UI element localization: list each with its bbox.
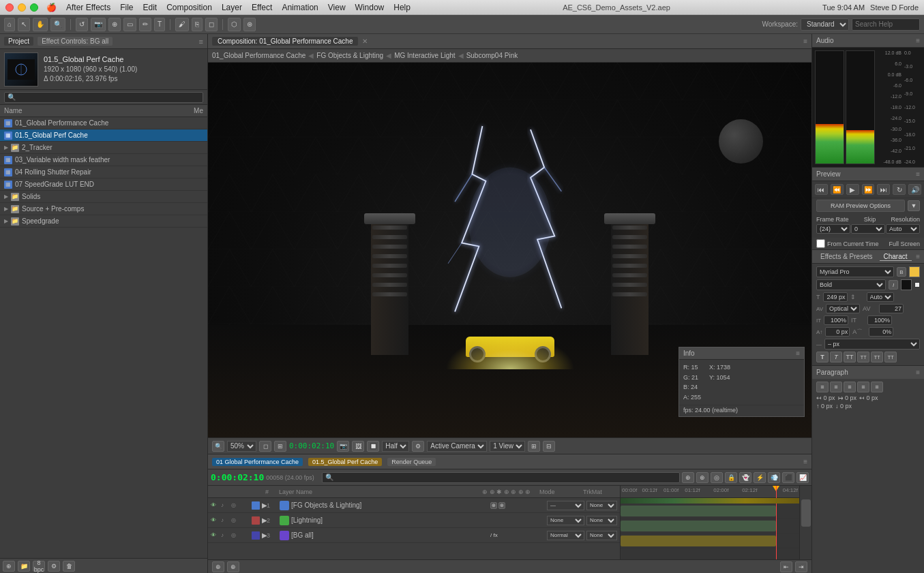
layer-audio-icon[interactable]: ♪ <box>221 532 229 538</box>
align-left-btn[interactable]: ≡ <box>816 382 829 392</box>
layer-visibility-icon[interactable]: 👁 <box>211 502 219 508</box>
language-select[interactable]: – px <box>824 339 920 350</box>
align-right-btn[interactable]: ≡ <box>844 382 856 392</box>
timeline-shy-btn[interactable]: 👻 <box>739 472 751 483</box>
skip-select[interactable]: 0 <box>851 224 885 234</box>
layer-mode-select[interactable]: None <box>547 516 584 525</box>
toolbar-clone-btn[interactable]: ⎘ <box>192 18 203 31</box>
superscript-btn[interactable]: TT <box>871 352 883 362</box>
layer-audio-icon[interactable]: ♪ <box>221 502 229 508</box>
project-search-btn[interactable]: 8 bpc <box>33 561 45 572</box>
toolbar-mask-btn[interactable]: ▭ <box>123 18 136 31</box>
toolbar-puppet-btn[interactable]: ⊛ <box>243 18 256 31</box>
menu-composition[interactable]: Composition <box>166 3 212 12</box>
toolbar-pen-btn[interactable]: ✏ <box>139 18 151 31</box>
timeline-panel-menu-icon[interactable]: ≡ <box>803 458 807 465</box>
minimize-button[interactable] <box>18 3 26 12</box>
layer-aa-btn[interactable]: ⊕ <box>490 502 497 509</box>
timeline-scrollbar-thumb[interactable] <box>801 499 811 527</box>
comp-tab-main[interactable]: Composition: 01_Global Performance Cache <box>212 37 358 46</box>
toolbar-camera-btn[interactable]: 📷 <box>91 18 106 31</box>
menu-bar[interactable]: 🍎 After Effects File Edit Composition La… <box>46 3 411 12</box>
timeline-search-input[interactable] <box>322 472 680 483</box>
timeline-solo-btn[interactable]: ◎ <box>711 472 723 483</box>
layer-solo-icon[interactable]: ◎ <box>231 517 239 523</box>
leading-select[interactable]: Auto <box>867 292 894 302</box>
preview-loop-btn[interactable]: ↻ <box>893 184 906 195</box>
baseline-input[interactable] <box>825 327 850 337</box>
layer-expand-icon[interactable]: ▶ <box>262 516 265 524</box>
layer-row-1[interactable]: 👁 ♪ ◎ ▶ 1 [FG Objects & Lighting] ⊕ ⊕ <box>208 498 620 513</box>
faux-italic-btn[interactable]: I <box>889 280 898 290</box>
timeline-graph-btn[interactable]: 📈 <box>796 472 809 483</box>
comp-show-snapshot-btn[interactable]: 🖼 <box>352 441 364 452</box>
preview-last-frame-btn[interactable]: ⏭ <box>877 184 890 195</box>
preview-next-frame-btn[interactable]: ⏩ <box>862 184 875 195</box>
toolbar-brush-btn[interactable]: 🖌 <box>175 18 189 31</box>
toolbar-hand-btn[interactable]: ✋ <box>33 18 48 31</box>
justify-all-btn[interactable]: ≡ <box>871 382 883 392</box>
timeline-tab-2[interactable]: 01.5_Global Perf Cache <box>308 458 382 466</box>
justify-btn[interactable]: ≡ <box>857 382 869 392</box>
list-item[interactable]: ▦ 04 Rolling Shutter Repair <box>0 166 207 179</box>
ram-preview-dropdown-btn[interactable]: ▼ <box>908 200 920 211</box>
comp-display-btn[interactable]: ⚙ <box>412 441 424 452</box>
menu-view[interactable]: View <box>328 3 346 12</box>
menu-animation[interactable]: Animation <box>282 3 318 12</box>
layer-row-2[interactable]: 👁 ♪ ◎ ▶ 2 [Lightning] None None <box>208 513 620 528</box>
list-item[interactable]: ▶ 📁 Solids <box>0 191 207 203</box>
list-item[interactable]: ▶ 📁 Speedgrade <box>0 215 207 228</box>
comp-panel-menu-icon[interactable]: ≡ <box>803 37 807 45</box>
list-item[interactable]: ▦ 01_Global Performance Cache <box>0 117 207 129</box>
tsume-input[interactable] <box>869 327 893 337</box>
all-caps-btn[interactable]: TT <box>844 352 856 362</box>
layer-visibility-icon[interactable]: 👁 <box>211 532 219 538</box>
faux-bold-text-btn[interactable]: T <box>816 352 829 362</box>
small-caps-btn[interactable]: TT <box>857 352 869 362</box>
menu-file[interactable]: File <box>120 3 133 12</box>
close-button[interactable] <box>5 3 14 12</box>
menu-help[interactable]: Help <box>393 3 411 12</box>
menu-window[interactable]: Window <box>355 3 385 12</box>
timeline-frame-blend-btn[interactable]: ⬛ <box>782 472 794 483</box>
project-tab[interactable]: Project <box>4 37 33 46</box>
ram-preview-options-btn[interactable]: RAM Preview Options <box>816 200 905 212</box>
comp-snapshot-btn[interactable]: 📷 <box>337 441 349 452</box>
comp-grid-btn[interactable]: ⊞ <box>528 441 540 452</box>
preview-prev-frame-btn[interactable]: ⏪ <box>831 184 844 195</box>
resolution-auto-select[interactable]: Auto <box>886 224 920 234</box>
preview-audio-btn[interactable]: 🔊 <box>908 184 921 195</box>
toolbar-zoom-btn[interactable]: 🔍 <box>50 18 65 31</box>
breadcrumb-item-1[interactable]: 01_Global Performance Cache <box>212 52 305 59</box>
toolbar-select-btn[interactable]: ↖ <box>18 18 30 31</box>
preview-first-frame-btn[interactable]: ⏮ <box>815 184 828 195</box>
font-style-select[interactable]: Bold <box>816 279 886 290</box>
timeline-tab-render[interactable]: Render Queue <box>387 458 436 466</box>
search-help-input[interactable] <box>852 18 920 31</box>
menu-layer[interactable]: Layer <box>222 3 242 12</box>
timeline-tab-1[interactable]: 01 Global Performance Cache <box>212 458 303 466</box>
from-current-time-checkbox[interactable] <box>816 239 825 248</box>
layer-visibility-icon[interactable]: 👁 <box>211 517 219 523</box>
layer-solo-icon[interactable]: ◎ <box>231 502 239 508</box>
project-search-input[interactable] <box>4 92 203 103</box>
comp-resolution-btn[interactable]: ◻ <box>259 441 271 452</box>
layer-trkmat-select[interactable]: None <box>586 516 617 525</box>
layer-audio-icon[interactable]: ♪ <box>221 517 229 523</box>
comp-guides-btn[interactable]: ⊟ <box>543 441 555 452</box>
timeline-time-stretch-btn[interactable]: ⇤ <box>780 561 792 572</box>
toolbar-rotate-btn[interactable]: ↺ <box>76 18 88 31</box>
list-item[interactable]: ▦ 03_Variable width mask feather <box>0 154 207 166</box>
toolbar-pan-btn[interactable]: ⊕ <box>108 18 121 31</box>
vscale-input[interactable] <box>867 315 892 325</box>
breadcrumb-item-2[interactable]: FG Objects & Lighting <box>316 52 383 59</box>
project-delete-btn[interactable]: 🗑 <box>63 561 75 572</box>
quality-select[interactable]: Half <box>382 441 409 452</box>
zoom-select[interactable]: 50% <box>227 441 256 452</box>
timeline-motion-blur-btn[interactable]: 💨 <box>768 472 780 483</box>
paragraph-panel-menu-icon[interactable]: ≡ <box>916 369 920 376</box>
apple-menu[interactable]: 🍎 <box>46 3 57 12</box>
layer-row-3[interactable]: 👁 ♪ ◎ ▶ 3 [BG all] / fx Normal None <box>208 528 620 543</box>
kerning-type-select[interactable]: Optical <box>826 304 860 313</box>
breadcrumb-item-4[interactable]: Subcomp04 Pink <box>466 52 518 59</box>
